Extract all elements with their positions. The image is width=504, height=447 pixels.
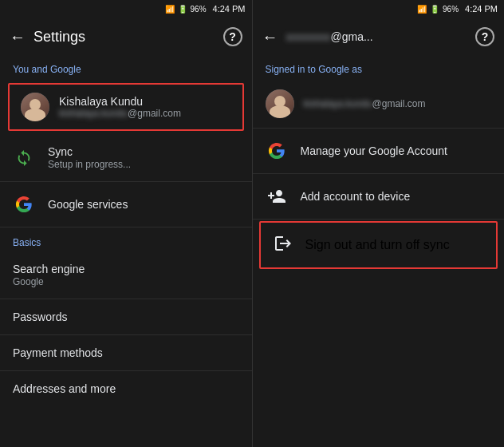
account-info: Kishalaya Kundu kishalaya.kundu@gmail.co…: [59, 95, 181, 119]
left-page-title: Settings: [33, 29, 215, 45]
google-services-icon: [13, 193, 35, 216]
avatar: [21, 93, 49, 121]
right-account-email: kishalaya.kundu@gmail.com: [304, 98, 426, 109]
left-panel: 📶 🔋 96% 4:24 PM ← Settings ? You and Goo…: [0, 0, 252, 447]
manage-google-icon: [266, 140, 288, 162]
left-status-bar: 📶 🔋 96% 4:24 PM: [0, 0, 252, 18]
right-panel: 📶 🔋 96% 4:24 PM ← xxxxxxxx@gma... ? Sign…: [253, 0, 505, 447]
right-top-bar: ← xxxxxxxx@gma... ?: [253, 18, 505, 56]
search-engine-sublabel: Google: [13, 276, 85, 287]
basics-label: Basics: [0, 227, 252, 251]
left-battery-icon: 🔋: [178, 5, 187, 14]
payment-methods-item[interactable]: Payment methods: [0, 335, 252, 370]
passwords-item[interactable]: Passwords: [0, 299, 252, 334]
sign-out-item[interactable]: Sign out and turn off sync: [259, 221, 498, 269]
sync-label: Sync: [48, 145, 131, 158]
addresses-label: Addresses and more: [13, 382, 116, 395]
search-engine-label: Search engine: [13, 263, 85, 275]
sync-sublabel: Setup in progress...: [48, 159, 131, 170]
account-row[interactable]: Kishalaya Kundu kishalaya.kundu@gmail.co…: [8, 83, 244, 131]
google-services-label: Google services: [48, 198, 128, 211]
left-battery-percent: 96%: [191, 5, 207, 14]
left-help-button[interactable]: ?: [223, 27, 242, 46]
add-account-icon: [266, 185, 288, 208]
right-status-bar: 📶 🔋 96% 4:24 PM: [253, 0, 505, 18]
right-time: 4:24 PM: [465, 4, 498, 14]
sync-info: Sync Setup in progress...: [48, 145, 131, 170]
signed-in-label: Signed in to Google as: [253, 56, 505, 80]
right-email-truncated: xxxxxxxx@gma...: [286, 30, 468, 43]
left-top-bar: ← Settings ?: [0, 18, 252, 56]
left-time: 4:24 PM: [213, 4, 246, 14]
google-services-menu-item[interactable]: Google services: [0, 182, 252, 227]
left-wifi-icon: 📶: [165, 5, 175, 14]
right-back-button[interactable]: ←: [262, 28, 278, 46]
addresses-item[interactable]: Addresses and more: [0, 371, 252, 406]
right-battery-percent: 96%: [443, 5, 459, 14]
sync-icon: [13, 147, 35, 169]
account-name: Kishalaya Kundu: [59, 95, 181, 108]
right-battery-icon: 🔋: [430, 5, 439, 14]
sync-menu-item[interactable]: Sync Setup in progress...: [0, 134, 252, 181]
right-help-button[interactable]: ?: [475, 27, 494, 46]
right-avatar: [266, 89, 294, 118]
passwords-label: Passwords: [13, 311, 67, 323]
manage-google-label: Manage your Google Account: [301, 144, 447, 157]
sign-out-label: Sign out and turn off sync: [305, 238, 450, 252]
right-separator-3: [253, 219, 505, 220]
right-wifi-icon: 📶: [417, 5, 427, 14]
sign-out-icon: [274, 234, 293, 256]
account-email-blur: kishalaya.kundu: [59, 108, 128, 119]
add-account-item[interactable]: Add account to device: [253, 174, 505, 219]
search-engine-info: Search engine Google: [13, 263, 85, 287]
search-engine-item[interactable]: Search engine Google: [0, 251, 252, 299]
manage-google-account-item[interactable]: Manage your Google Account: [253, 129, 505, 173]
you-and-google-label: You and Google: [0, 56, 252, 80]
left-back-button[interactable]: ←: [10, 28, 26, 46]
payment-methods-label: Payment methods: [13, 346, 103, 359]
right-account-row[interactable]: kishalaya.kundu@gmail.com: [253, 80, 505, 128]
add-account-label: Add account to device: [301, 190, 411, 203]
account-email: kishalaya.kundu@gmail.com: [59, 108, 181, 119]
